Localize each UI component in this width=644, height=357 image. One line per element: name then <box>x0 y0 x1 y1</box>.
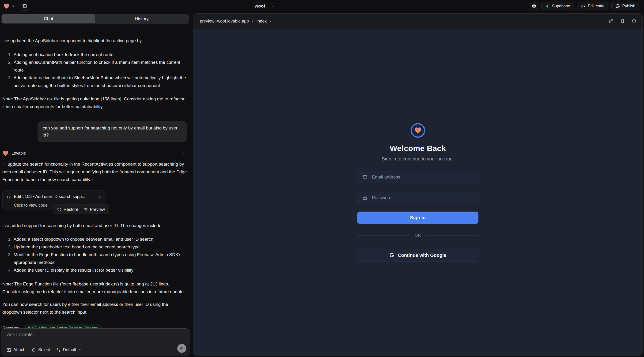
chat-panel: Chat History I've updated the AppSidebar… <box>0 12 190 357</box>
arrow-up-icon <box>180 346 184 351</box>
mode-label: Default <box>63 348 76 352</box>
project-chevron-down-icon <box>271 4 275 8</box>
assistant-header: Lovable <box>2 149 188 158</box>
lovable-avatar-heart-icon <box>2 150 9 156</box>
mail-icon <box>362 174 368 180</box>
edit-card-wrap: Edit #108 • Add user ID search supp... C… <box>2 190 106 210</box>
supabase-bolt-icon <box>545 4 550 8</box>
assistant-message-text: I've added support for searching by both… <box>2 222 188 230</box>
chevron-down-icon <box>78 348 82 352</box>
url-separator: / <box>252 19 253 24</box>
assistant-note: Note: The Edge Function file (fetch-fire… <box>2 280 188 296</box>
attach-button[interactable]: Attach <box>6 348 25 352</box>
top-bar: woof Supabase Edit code Publish <box>0 0 644 12</box>
select-button[interactable]: Select <box>32 348 50 352</box>
mobile-view-icon[interactable] <box>620 19 625 24</box>
restore-button[interactable]: Restore <box>57 206 78 214</box>
chevron-right-icon <box>98 195 102 199</box>
tab-history[interactable]: History <box>95 14 188 23</box>
edit-code-label: Edit code <box>588 4 604 8</box>
google-g-icon <box>389 252 394 258</box>
edit-card-actions: Restore Preview <box>53 204 109 214</box>
image-attach-icon <box>6 348 11 352</box>
assistant-message-text: You can now search for users by either t… <box>2 300 188 316</box>
refresh-icon[interactable] <box>632 19 636 24</box>
select-target-icon <box>32 348 36 352</box>
list-item: Added the user ID display in the results… <box>2 266 188 274</box>
assistant-list: Adding useLocation hook to track the cur… <box>2 51 188 89</box>
assistant-message-text: I've updated the AppSidebar component to… <box>2 37 188 44</box>
password-field-wrap <box>357 192 478 204</box>
edit-card-title: Edit #108 • Add user ID search supp... <box>14 193 95 200</box>
list-item: Adding an isCurrentPath helper function … <box>2 58 188 74</box>
tab-chat[interactable]: Chat <box>2 14 95 23</box>
divider-line <box>426 236 478 236</box>
external-link-icon <box>84 207 88 212</box>
app-heart-icon <box>414 126 422 134</box>
select-label: Select <box>38 348 50 352</box>
sign-in-button[interactable]: Sign in <box>357 212 478 224</box>
edit-code-button[interactable]: Edit code <box>577 2 608 10</box>
welcome-subtitle: Sign in to continue to your account <box>382 156 454 162</box>
preview-viewport: Welcome Back Sign in to continue to your… <box>193 29 642 356</box>
globe-icon <box>616 4 620 8</box>
publish-button[interactable]: Publish <box>612 2 639 10</box>
attach-label: Attach <box>13 348 25 352</box>
preview-panel: preview--woof.lovable.app / index Welcom… <box>193 13 642 356</box>
tab-history-label: History <box>135 16 149 21</box>
assistant-message-text: I'll update the search functionality in … <box>2 160 188 184</box>
google-sign-in-button[interactable]: Continue with Google <box>357 249 478 262</box>
list-item: Added a select dropdown to choose betwee… <box>2 235 188 243</box>
code-icon <box>6 194 11 199</box>
app-logo-circle <box>411 123 425 138</box>
lovable-logo-heart-icon[interactable] <box>3 3 10 10</box>
supabase-button[interactable]: Supabase <box>541 2 574 10</box>
chat-messages[interactable]: I've updated the AppSidebar component to… <box>0 36 190 338</box>
code-icon <box>581 4 585 8</box>
list-item: Adding data-active attribute to SidebarM… <box>2 74 188 89</box>
logo-chevron-down-icon[interactable] <box>12 4 15 8</box>
user-message-bubble: can you add support for searching not on… <box>38 121 187 142</box>
assistant-name: Lovable <box>12 150 26 157</box>
email-field-wrap <box>357 171 478 183</box>
sliders-icon <box>56 348 61 352</box>
preview-header: preview--woof.lovable.app / index <box>193 14 642 29</box>
preview-url: preview--woof.lovable.app <box>200 19 249 24</box>
settings-button[interactable] <box>530 2 538 10</box>
composer: Attach Select Default <box>1 328 190 356</box>
chat-history-tabs: Chat History <box>1 14 189 24</box>
panel-left-icon <box>22 4 27 8</box>
welcome-title: Welcome Back <box>390 144 446 153</box>
ask-lovable-input[interactable] <box>7 332 186 341</box>
project-title[interactable]: woof <box>255 0 275 12</box>
tab-chat-label: Chat <box>44 16 53 21</box>
supabase-label: Supabase <box>552 4 570 8</box>
gear-icon <box>532 4 536 8</box>
preview-page: index <box>256 19 267 24</box>
lovable-app: woof Supabase Edit code Publish Chat <box>0 0 644 357</box>
user-message-text: can you add support for searching not on… <box>43 126 178 138</box>
divider-line <box>357 236 410 236</box>
preview-url-bar[interactable]: preview--woof.lovable.app / index <box>200 19 272 24</box>
password-field[interactable] <box>357 192 478 204</box>
list-item: Adding useLocation hook to track the cur… <box>2 51 188 58</box>
message-more-options-icon[interactable] <box>181 151 186 156</box>
or-label: OR <box>415 233 421 238</box>
email-field[interactable] <box>357 171 478 183</box>
preview-button[interactable]: Preview <box>84 206 105 214</box>
list-item: Updated the placeholder text based on th… <box>2 243 188 251</box>
mode-selector[interactable]: Default <box>56 348 82 352</box>
open-in-new-tab-icon[interactable] <box>609 19 613 24</box>
send-button[interactable] <box>177 344 186 353</box>
publish-label: Publish <box>622 4 635 8</box>
list-item: Modified the Edge Function to handle bot… <box>2 251 188 266</box>
sidebar-toggle-button[interactable] <box>20 2 29 10</box>
assistant-note: Note: The AppSidebar.tsx file is getting… <box>2 95 188 110</box>
or-divider: OR <box>357 233 478 238</box>
restore-label: Restore <box>64 206 78 214</box>
chevron-down-icon <box>269 20 272 23</box>
assistant-list: Added a select dropdown to choose betwee… <box>2 235 188 274</box>
google-label: Continue with Google <box>398 252 446 258</box>
lock-icon <box>362 195 368 200</box>
sign-in-card: Welcome Back Sign in to continue to your… <box>357 123 478 262</box>
